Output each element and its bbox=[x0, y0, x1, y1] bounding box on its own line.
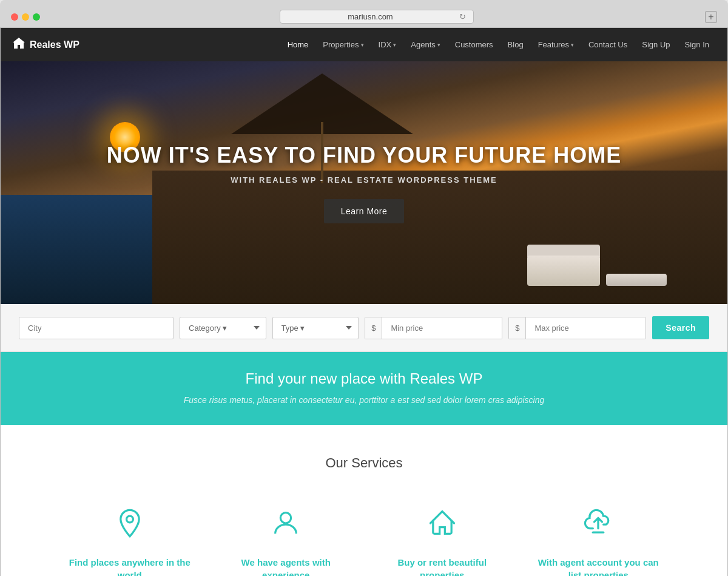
type-select[interactable]: Type ▾ For Sale For Rent bbox=[272, 317, 359, 339]
chevron-down-icon: ▾ bbox=[437, 42, 440, 48]
brand-name: Reales WP bbox=[30, 39, 79, 50]
close-traffic-light[interactable] bbox=[11, 13, 18, 21]
nav-item-signin[interactable]: Sign In bbox=[679, 36, 715, 53]
services-section: Our Services Find places anywhere in the… bbox=[1, 425, 727, 576]
svg-point-0 bbox=[126, 516, 133, 523]
chevron-down-icon: ▾ bbox=[571, 42, 574, 48]
min-price-group: $ bbox=[365, 317, 502, 339]
service-card-list: With agent account you can list properti… bbox=[530, 501, 668, 576]
max-price-input[interactable] bbox=[526, 317, 645, 339]
search-section: Category ▾ Apartment House Villa Type ▾ … bbox=[1, 304, 727, 352]
sofa-back bbox=[527, 245, 600, 257]
service-card-find-places: Find places anywhere in the world Lorem … bbox=[61, 501, 199, 576]
nav-item-contact[interactable]: Contact Us bbox=[582, 36, 633, 53]
home-icon bbox=[13, 38, 25, 52]
maximize-traffic-light[interactable] bbox=[33, 13, 40, 21]
nav-item-signup[interactable]: Sign Up bbox=[636, 36, 676, 53]
services-grid: Find places anywhere in the world Lorem … bbox=[61, 501, 667, 576]
city-input[interactable] bbox=[19, 317, 174, 339]
traffic-lights bbox=[11, 13, 40, 21]
svg-point-1 bbox=[281, 513, 291, 523]
location-pin-icon bbox=[67, 507, 193, 544]
banner-title: Find your new place with Reales WP bbox=[13, 370, 715, 387]
lounger bbox=[606, 274, 667, 286]
nav-item-agents[interactable]: Agents ▾ bbox=[405, 36, 446, 53]
nav-item-features[interactable]: Features ▾ bbox=[532, 36, 580, 53]
nav-item-properties[interactable]: Properties ▾ bbox=[317, 36, 369, 53]
min-price-currency-symbol: $ bbox=[365, 317, 382, 339]
browser-window: ↻ + bbox=[0, 0, 728, 27]
agent-icon bbox=[223, 507, 349, 544]
services-title: Our Services bbox=[25, 455, 703, 471]
hero-subtitle: WITH REALES WP - REAL ESTATE WORDPRESS T… bbox=[107, 175, 622, 185]
furniture-decoration bbox=[527, 245, 667, 286]
cloud-upload-icon bbox=[536, 507, 662, 544]
website: Reales WP Home Properties ▾ IDX ▾ Agents… bbox=[0, 27, 728, 576]
nav-item-blog[interactable]: Blog bbox=[502, 36, 530, 53]
chevron-down-icon: ▾ bbox=[361, 42, 364, 48]
minimize-traffic-light[interactable] bbox=[22, 13, 29, 21]
banner-text: Fusce risus metus, placerat in consectet… bbox=[13, 393, 715, 407]
learn-more-button[interactable]: Learn More bbox=[324, 199, 405, 223]
max-price-group: $ bbox=[508, 317, 646, 339]
service-name-3: Buy or rent beautiful properties bbox=[379, 556, 505, 576]
hero-content: NOW IT'S EASY TO FIND YOUR FUTURE HOME W… bbox=[95, 130, 634, 235]
hero-title: NOW IT'S EASY TO FIND YOUR FUTURE HOME bbox=[107, 143, 622, 168]
service-name-1: Find places anywhere in the world bbox=[67, 556, 193, 576]
house-icon bbox=[379, 507, 505, 544]
service-name-2: We have agents with experience bbox=[223, 556, 349, 576]
nav-brand[interactable]: Reales WP bbox=[13, 38, 79, 52]
reload-icon[interactable]: ↻ bbox=[459, 12, 466, 21]
min-price-input[interactable] bbox=[382, 317, 502, 339]
new-tab-button[interactable]: + bbox=[705, 11, 717, 23]
nav-menu: Home Properties ▾ IDX ▾ Agents ▾ Custome… bbox=[281, 36, 715, 53]
nav-item-home[interactable]: Home bbox=[281, 36, 315, 53]
address-bar: ↻ bbox=[47, 10, 698, 24]
hero-section: NOW IT'S EASY TO FIND YOUR FUTURE HOME W… bbox=[1, 61, 727, 304]
nav-item-idx[interactable]: IDX ▾ bbox=[372, 36, 403, 53]
chevron-down-icon: ▾ bbox=[393, 42, 396, 48]
url-input[interactable] bbox=[280, 10, 474, 24]
max-price-currency-symbol: $ bbox=[509, 317, 526, 339]
search-button[interactable]: Search bbox=[652, 316, 709, 339]
service-card-agents: We have agents with experience Nulla con… bbox=[217, 501, 356, 576]
category-select[interactable]: Category ▾ Apartment House Villa bbox=[180, 317, 266, 339]
service-card-properties: Buy or rent beautiful properties Donec f… bbox=[373, 501, 511, 576]
navbar: Reales WP Home Properties ▾ IDX ▾ Agents… bbox=[1, 28, 727, 61]
teal-banner: Find your new place with Reales WP Fusce… bbox=[1, 352, 727, 425]
service-name-4: With agent account you can list properti… bbox=[536, 556, 662, 576]
sofa bbox=[527, 256, 600, 286]
browser-titlebar: ↻ + bbox=[6, 6, 722, 27]
nav-item-customers[interactable]: Customers bbox=[449, 36, 499, 53]
